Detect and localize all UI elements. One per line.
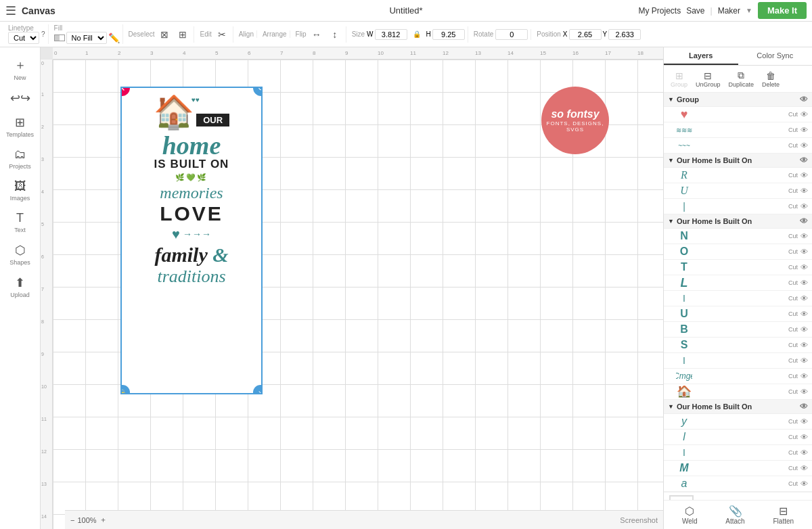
shapes-tool[interactable]: ⬡ Shapes <box>3 239 38 270</box>
layer-item[interactable]: l Cut 👁 <box>664 430 812 445</box>
layer-visibility[interactable]: 👁 <box>800 388 808 396</box>
zoom-out-icon[interactable]: − <box>70 516 74 524</box>
x-input[interactable] <box>569 29 602 40</box>
layer-visibility[interactable]: 👁 <box>800 248 808 256</box>
maker-dropdown[interactable]: Maker <box>718 6 740 16</box>
text-tool[interactable]: T Text <box>3 207 38 237</box>
layer-item[interactable]: O Cut 👁 <box>664 244 812 260</box>
flip-h-button[interactable]: ↔ <box>309 26 325 43</box>
layer-item[interactable]: y Cut 👁 <box>664 414 812 430</box>
y-input[interactable] <box>608 29 641 40</box>
layer-visibility[interactable]: 👁 <box>800 310 808 318</box>
projects-tool[interactable]: 🗂 Projects <box>3 143 38 174</box>
layer-item[interactable]: U Cut 👁 <box>664 306 812 322</box>
new-icon: ＋ <box>14 57 26 73</box>
edit-button[interactable]: ✂ <box>214 26 230 43</box>
zoom-in-icon[interactable]: ＋ <box>99 515 107 525</box>
layer-item[interactable]: | Cut 👁 <box>664 199 812 214</box>
layer-item[interactable]: S Cut 👁 <box>664 338 812 353</box>
layer-group-header-4[interactable]: ▼ Our Home Is Built On 👁 <box>664 400 812 414</box>
layer-duplicate-button[interactable]: ⧉ Duplicate <box>726 68 757 89</box>
delete-icon: 🗑 <box>766 70 775 81</box>
attach-button[interactable]: 📎 Attach <box>725 505 744 525</box>
group-name-1: Group <box>677 95 800 104</box>
layer-visibility[interactable]: 👁 <box>800 141 808 150</box>
visibility-group-2[interactable]: 👁 <box>800 156 808 165</box>
tab-layers[interactable]: Layers <box>664 47 738 65</box>
templates-tool[interactable]: ⊞ Templates <box>3 111 38 142</box>
layer-item[interactable]: U Cut 👁 <box>664 183 812 199</box>
layer-visibility[interactable]: 👁 <box>800 448 808 457</box>
rotate-input[interactable] <box>495 29 528 40</box>
layer-item[interactable]: M Cut 👁 <box>664 461 812 476</box>
deselect-label: Deselect <box>129 30 155 38</box>
layer-visibility[interactable]: 👁 <box>800 372 808 380</box>
layer-visibility[interactable]: 👁 <box>800 126 808 134</box>
canvas-background[interactable]: ✕ ↺ 3.812" 9.25" 🔒 ↘ 🏠 ♥♥ OUR home IS BU… <box>53 60 663 529</box>
zoom-control[interactable]: − 100% ＋ <box>70 515 107 525</box>
layer-visibility[interactable]: 👁 <box>800 279 808 287</box>
layer-item[interactable]: T Cut 👁 <box>664 260 812 275</box>
layer-visibility[interactable]: 👁 <box>800 417 808 426</box>
layer-item[interactable]: ≋≋≋ Cut 👁 <box>664 122 812 138</box>
layer-item[interactable]: R Cut 👁 <box>664 168 812 183</box>
linetype-select[interactable]: Cut <box>8 32 39 44</box>
layer-ungroup-button[interactable]: ⊟ UnGroup <box>693 69 723 89</box>
layer-item[interactable]: a Cut 👁 <box>664 476 812 492</box>
fill-color-swatch[interactable] <box>54 34 65 41</box>
layer-item[interactable]: I Cut 👁 <box>664 291 812 306</box>
make-it-button[interactable]: Make It <box>758 2 807 19</box>
layer-visibility[interactable]: 👁 <box>800 187 808 195</box>
hamburger-menu[interactable]: ☰ <box>5 3 16 18</box>
layer-group-header-3[interactable]: ▼ Our Home Is Built On 👁 <box>664 214 812 229</box>
visibility-group-4[interactable]: 👁 <box>800 402 808 411</box>
layer-visibility[interactable]: 👁 <box>800 356 808 365</box>
layer-item[interactable]: B Cut 👁 <box>664 322 812 338</box>
lock-proportions-button[interactable]: 🔒 <box>409 26 425 43</box>
layer-delete-button[interactable]: 🗑 Delete <box>759 69 782 89</box>
undo-redo-tool[interactable]: ↩↪ <box>3 87 38 110</box>
tab-color-sync[interactable]: Color Sync <box>738 47 813 65</box>
weld-button[interactable]: ⬡ Weld <box>682 505 698 525</box>
deselect-button[interactable]: ⊠ <box>156 26 173 43</box>
flatten-button[interactable]: ⊟ Flatten <box>773 505 794 525</box>
layer-visibility[interactable]: 👁 <box>800 294 808 302</box>
visibility-group-3[interactable]: 👁 <box>800 216 808 226</box>
deselect2-button[interactable]: ⊞ <box>175 26 191 43</box>
upload-tool[interactable]: ⬆ Upload <box>3 271 38 302</box>
layer-visibility[interactable]: 👁 <box>800 110 808 118</box>
flip-v-button[interactable]: ↕ <box>327 26 343 43</box>
save-button[interactable]: Save <box>686 6 704 16</box>
layer-visibility[interactable]: 👁 <box>800 464 808 472</box>
fill-select[interactable]: No Fill <box>66 32 107 44</box>
layer-item[interactable]: I Cut 👁 <box>664 445 812 461</box>
layer-visibility[interactable]: 👁 <box>800 433 808 441</box>
layer-item[interactable]: 🏠 Cut 👁 <box>664 384 812 400</box>
layer-item[interactable]: L Cut 👁 <box>664 275 812 291</box>
layer-item[interactable]: ~~~ Cut 👁 <box>664 138 812 154</box>
layer-item[interactable]: ♥ Cut 👁 <box>664 107 812 122</box>
layer-visibility[interactable]: 👁 <box>800 232 808 240</box>
layer-visibility[interactable]: 👁 <box>800 263 808 271</box>
layer-item[interactable]: N Cut 👁 <box>664 229 812 244</box>
layer-visibility[interactable]: 👁 <box>800 171 808 179</box>
canvas-area[interactable]: 0 1 2 3 4 5 6 7 8 9 10 11 12 13 14 15 16… <box>41 47 663 529</box>
layer-visibility[interactable]: 👁 <box>800 341 808 349</box>
layer-group-header-1[interactable]: ▼ Group 👁 <box>664 93 812 107</box>
layer-visibility[interactable]: 👁 <box>800 480 808 488</box>
layer-item[interactable]: I Cut 👁 <box>664 353 812 369</box>
images-tool[interactable]: 🖼 Images <box>3 175 38 206</box>
layer-visibility[interactable]: 👁 <box>800 325 808 334</box>
layer-group-button[interactable]: ⊞ Group <box>668 69 690 89</box>
height-input[interactable] <box>432 29 465 40</box>
layer-group-header-2[interactable]: ▼ Our Home Is Built On 👁 <box>664 154 812 168</box>
new-tool[interactable]: ＋ New <box>3 53 38 85</box>
resize-bottom-right[interactable]: ↘ <box>253 385 263 394</box>
width-input[interactable] <box>375 29 407 40</box>
my-projects-link[interactable]: My Projects <box>639 6 681 16</box>
resize-bottom-left[interactable]: 🔒 <box>120 385 130 394</box>
visibility-group-1[interactable]: 👁 <box>800 95 808 104</box>
layer-item[interactable]: Cmge Cut 👁 <box>664 369 812 384</box>
design-element[interactable]: ✕ ↺ 3.812" 9.25" 🔒 ↘ 🏠 ♥♥ OUR home IS BU… <box>120 87 263 394</box>
layer-visibility[interactable]: 👁 <box>800 202 808 210</box>
